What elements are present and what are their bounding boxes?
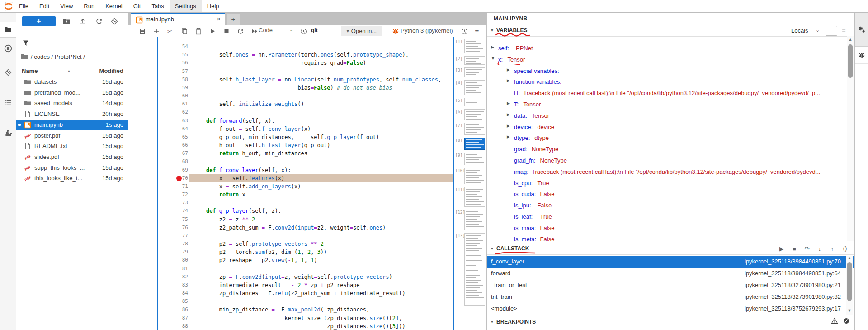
minimap-cell-4[interactable] (464, 80, 485, 95)
restart-button[interactable] (236, 27, 245, 35)
file-row-saved-models[interactable]: saved_models14d ago (16, 98, 128, 109)
line-number-55[interactable]: 55 (172, 51, 190, 59)
line-number-64[interactable]: 64 (172, 125, 190, 133)
sidebar-tab-running[interactable] (0, 41, 16, 56)
variable-row-h[interactable]: H:Traceback (most recent call last):\n F… (487, 87, 849, 99)
cut-button[interactable]: ✂ (166, 27, 175, 35)
variable-row-x[interactable]: ▼x:Tensor (487, 54, 849, 65)
code-editor[interactable]: 5455 self.ones = nn.Parameter(torch.ones… (128, 37, 454, 330)
file-row-datasets[interactable]: datasets15d ago (16, 77, 128, 87)
file-row-slides-pdf[interactable]: PDFslides.pdf15d ago (16, 152, 128, 163)
expand-expand-icon[interactable]: ▶ (507, 101, 510, 105)
variable-row-is_leaf[interactable]: is_leaf:True (487, 211, 849, 222)
callstack-frame-_train_or_test[interactable]: _train_or_testipykernel_325118/327390198… (487, 279, 854, 291)
line-number-87[interactable]: 87 (172, 314, 190, 322)
toolbar-overflow-icon[interactable]: ≡ (473, 27, 481, 35)
line-number-79[interactable]: 79 (172, 248, 190, 256)
line-number-86[interactable]: 86 (172, 306, 190, 314)
code-line-79[interactable]: p2 = torch.sum(p2, dim=(1, 2, 3)) (193, 248, 327, 256)
minimap-cell-5[interactable] (464, 98, 485, 106)
copy-button[interactable] (180, 27, 189, 35)
line-number-67[interactable]: 67 (172, 149, 190, 158)
variables-scrollbar[interactable]: ▲ (847, 36, 854, 241)
line-number-71[interactable]: 71 (172, 182, 190, 191)
sidebar-tab-toc[interactable] (0, 95, 16, 110)
code-line-59[interactable]: bias=False) # do not use bias (193, 84, 392, 92)
file-row-readme-txt[interactable]: README.txt15d ago (16, 141, 128, 152)
sort-ascending-icon[interactable]: ▲ (67, 69, 71, 73)
line-number-54[interactable]: 54 (172, 43, 190, 51)
expand-expand-icon[interactable]: ▶ (507, 67, 510, 72)
code-line-61[interactable]: self._initialize_weights() (193, 100, 304, 108)
variable-row-is_cuda[interactable]: is_cuda:False (487, 188, 849, 200)
line-number-85[interactable]: 85 (172, 297, 190, 306)
code-line-88[interactable]: zp_distances.size()[3])) (193, 322, 406, 330)
minimap-cell-12[interactable] (464, 210, 485, 230)
debugger-bug-icon[interactable] (392, 27, 400, 35)
sidebar-tab-git[interactable] (0, 65, 16, 80)
kernel-name[interactable]: Python 3 (ipykernel) (401, 27, 453, 34)
variables-menu-icon[interactable]: ≡ (842, 26, 846, 33)
expand-expand-icon[interactable]: ▶ (491, 45, 494, 49)
scroll-down-icon[interactable]: ▼ (846, 308, 853, 314)
scrollbar-thumb[interactable] (847, 262, 852, 301)
code-line-67[interactable]: return h_out, min_distances (193, 149, 307, 158)
new-launcher-button[interactable]: + (22, 16, 56, 26)
expand-expand-icon[interactable]: ▶ (507, 112, 510, 117)
code-line-86[interactable]: min_zp_distance = -F.max_pool2d(-zp_dist… (193, 306, 369, 314)
debugger-sidebar-tab[interactable] (855, 49, 868, 62)
run-button[interactable] (208, 27, 217, 35)
terminate-button[interactable]: ■ (789, 244, 799, 253)
callstack-header-label[interactable]: CALLSTACK (496, 245, 529, 252)
column-modified[interactable]: Modified (99, 67, 123, 74)
property-inspector-tab[interactable] (855, 13, 868, 47)
callstack-scrollbar[interactable]: ▲▼ (846, 256, 853, 315)
variables-tree-view-button[interactable] (826, 26, 837, 36)
upload-button[interactable] (78, 16, 88, 26)
line-number-74[interactable]: 74 (172, 207, 190, 215)
line-number-73[interactable]: 73 (172, 199, 190, 207)
variable-row-dtype[interactable]: ▶dtype:dtype (487, 132, 849, 143)
menu-item-run[interactable]: Run (78, 0, 100, 12)
line-number-57[interactable]: 57 (172, 67, 190, 76)
minimap-cell-2[interactable] (464, 56, 485, 65)
scrollbar-thumb[interactable] (848, 44, 853, 78)
git-clone-button[interactable] (109, 16, 119, 26)
line-number-56[interactable]: 56 (172, 59, 190, 67)
refresh-button[interactable] (94, 16, 104, 26)
line-number-81[interactable]: 81 (172, 265, 190, 273)
scroll-up-icon[interactable]: ▲ (846, 256, 853, 261)
remove-all-breakpoints-icon[interactable] (843, 317, 850, 325)
variable-row-imag[interactable]: imag:Traceback (most recent call last):\… (487, 166, 849, 177)
menu-item-tabs[interactable]: Tabs (146, 0, 169, 12)
variable-row-is_maia[interactable]: is_maia:False (487, 222, 849, 234)
minimap-cell-9[interactable] (464, 153, 485, 165)
code-line-69[interactable]: def f_conv_layer(self, x): (193, 166, 291, 174)
file-row-poster-pdf[interactable]: PDFposter.pdf15d ago (16, 130, 128, 141)
cell-type-select[interactable]: Code (259, 27, 273, 33)
code-line-65[interactable]: g_p_out, min_distances, _ = self.g_p_lay… (193, 133, 379, 141)
line-number-83[interactable]: 83 (172, 281, 190, 289)
code-line-76[interactable]: z2_patch_sum = F.conv2d(input=z2, weight… (193, 224, 386, 232)
variable-row-specialvariables[interactable]: ▶special variables: (487, 65, 849, 77)
variable-row-device[interactable]: ▶device:device (487, 121, 849, 133)
minimap-cell-1[interactable] (464, 39, 485, 53)
caret-down-icon[interactable]: ▾ (491, 246, 493, 251)
expand-expand-icon[interactable]: ▶ (507, 124, 510, 128)
menu-item-edit[interactable]: Edit (34, 0, 55, 12)
line-number-88[interactable]: 88 (172, 322, 190, 330)
code-line-66[interactable]: h_out = self.h_last_layer(g_p_out) (193, 141, 330, 149)
line-number-60[interactable]: 60 (172, 92, 190, 100)
line-number-69[interactable]: 69 (172, 166, 190, 174)
minimap-cell-6[interactable] (464, 109, 485, 120)
breakpoints-header-label[interactable]: BREAKPOINTS (496, 319, 536, 325)
variable-row-is_meta[interactable]: is_meta:False (487, 234, 849, 241)
line-number-72[interactable]: 72 (172, 191, 190, 199)
step-out-button[interactable]: ↑ (827, 244, 837, 253)
code-line-71[interactable]: x = self.add_on_layers(x) (193, 182, 301, 191)
new-tab-button[interactable]: + (227, 14, 240, 25)
minimap-cell-10[interactable] (464, 168, 485, 184)
code-line-82[interactable]: zp = F.conv2d(input=z, weight=self.proto… (193, 273, 392, 281)
callstack-frame-tnt_train[interactable]: tnt_trainipykernel_325118/3273901980.py:… (487, 291, 854, 303)
evaluate-button[interactable]: ⟨⟩ (840, 244, 850, 253)
